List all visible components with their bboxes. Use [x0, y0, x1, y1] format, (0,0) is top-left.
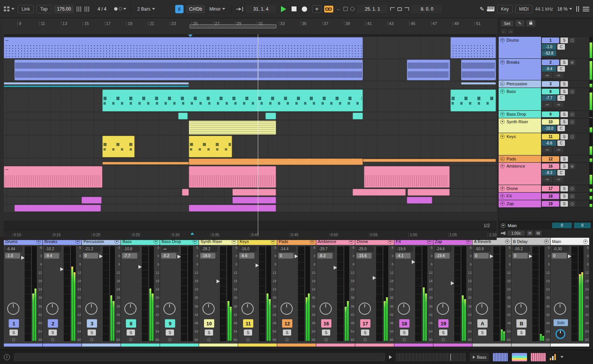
punch-out-icon[interactable]: [405, 7, 409, 11]
collapse-icon[interactable]: [500, 186, 505, 191]
arm-button[interactable]: [569, 60, 575, 65]
pan-knob[interactable]: [437, 303, 449, 315]
horizontal-scrollbar[interactable]: 1/2: [4, 221, 497, 230]
send-value[interactable]: -52.8: [542, 50, 556, 56]
track-name[interactable]: Synth Riser: [499, 118, 541, 133]
track-number[interactable]: 9: [165, 319, 175, 328]
fader-lane[interactable]: [571, 246, 578, 341]
chevron-down-icon[interactable]: [544, 239, 549, 244]
midi-map-button[interactable]: MIDI: [515, 5, 532, 13]
pan-knob[interactable]: [554, 303, 566, 315]
fader-lane[interactable]: [376, 246, 383, 341]
scale-mode-icon[interactable]: ♯: [175, 5, 184, 13]
fader-lane[interactable]: [259, 246, 265, 341]
clip-fx[interactable]: [82, 197, 102, 204]
fader-handle[interactable]: [99, 254, 103, 258]
send-value[interactable]: -∞: [542, 147, 552, 152]
monitor-button[interactable]: [400, 337, 408, 342]
track-lane-bass[interactable]: [4, 89, 497, 112]
send-value[interactable]: -∞: [553, 176, 563, 182]
clip-drone[interactable]: [232, 189, 276, 196]
fader-lane[interactable]: [298, 246, 304, 341]
solo-button[interactable]: S: [127, 329, 135, 336]
punch-in-icon[interactable]: [390, 7, 395, 11]
fader-value[interactable]: 0: [513, 253, 528, 259]
fader-value[interactable]: -4.1: [395, 253, 411, 259]
clip-scrub-area[interactable]: [396, 353, 466, 361]
chevron-down-icon[interactable]: [193, 239, 197, 244]
track-number[interactable]: 18: [399, 319, 409, 328]
collapse-icon[interactable]: [500, 194, 505, 198]
fader-handle[interactable]: [256, 264, 259, 267]
clip-zap[interactable]: [189, 205, 276, 212]
solo-button[interactable]: S: [560, 134, 568, 140]
volume-value[interactable]: -18.0: [542, 126, 556, 131]
solo-button[interactable]: S: [205, 329, 213, 336]
group-icon[interactable]: [500, 82, 505, 86]
monitor-button[interactable]: [127, 337, 135, 342]
track-name[interactable]: Keys: [499, 133, 541, 155]
draw-mode-icon[interactable]: ✎: [480, 6, 485, 13]
fader-handle[interactable]: [373, 276, 376, 280]
monitor-button[interactable]: [244, 337, 252, 342]
clip-breaks[interactable]: [461, 60, 496, 80]
clip-percussion[interactable]: [461, 82, 496, 85]
pan-value[interactable]: C: [557, 170, 565, 176]
track-number[interactable]: 17: [360, 319, 370, 328]
collapse-icon[interactable]: [500, 119, 505, 124]
add-locator-button[interactable]: +: [312, 5, 322, 13]
fader-handle[interactable]: [334, 266, 337, 270]
clip-breaks[interactable]: [407, 60, 450, 80]
loop-start-value[interactable]: 25. 1. 1: [357, 5, 387, 13]
pan-knob[interactable]: [242, 303, 254, 315]
track-name[interactable]: Bass: [499, 88, 541, 110]
clip-fx[interactable]: [232, 197, 276, 204]
fader-handle[interactable]: [21, 256, 25, 260]
solo-button[interactable]: S: [439, 329, 447, 336]
pan-knob[interactable]: [7, 303, 19, 315]
monitor-button[interactable]: [166, 337, 174, 342]
track-number[interactable]: 16: [321, 319, 331, 328]
clip-ambience[interactable]: [189, 166, 276, 188]
track-lane-keys[interactable]: [4, 135, 497, 158]
mixer-strip-header[interactable]: Main: [551, 238, 589, 245]
quantize-menu[interactable]: 2 Bars: [136, 5, 157, 13]
track-number[interactable]: A: [477, 319, 488, 328]
prev-locator-button[interactable]: ←: [501, 29, 507, 34]
volume-value[interactable]: -9.4: [542, 66, 556, 72]
pan-knob[interactable]: [359, 303, 371, 315]
track-name[interactable]: Bass Drop: [499, 111, 541, 118]
main-volume-value[interactable]: 0: [552, 223, 572, 228]
menu-icon[interactable]: [582, 6, 590, 12]
collapse-icon[interactable]: [500, 60, 505, 64]
arm-button[interactable]: [569, 119, 575, 125]
arm-button[interactable]: [569, 38, 575, 43]
solo-button[interactable]: S: [560, 163, 568, 169]
clip-bass-drop[interactable]: [265, 113, 276, 119]
pan-value[interactable]: C: [557, 140, 565, 146]
fader-value[interactable]: 0: [83, 253, 98, 259]
volume-value[interactable]: -8.3: [542, 170, 556, 176]
info-icon[interactable]: i: [4, 354, 10, 360]
fader-handle[interactable]: [568, 254, 571, 258]
track-number[interactable]: 8: [126, 319, 136, 328]
arrangement-overview-thumbnail[interactable]: [493, 353, 508, 361]
arm-button[interactable]: [569, 111, 575, 117]
arm-button[interactable]: [569, 89, 575, 94]
playback-speed-value[interactable]: 1.00x: [507, 231, 525, 236]
pan-knob[interactable]: [46, 303, 58, 315]
track-number[interactable]: 10: [204, 319, 214, 328]
track-name[interactable]: Drone: [499, 185, 541, 192]
view-options-button[interactable]: [3, 6, 15, 12]
fader-value[interactable]: -18.0: [200, 253, 215, 259]
solo-button[interactable]: S: [361, 329, 369, 336]
clip-drums[interactable]: ...: [4, 37, 363, 58]
track-name[interactable]: Ambience: [499, 163, 541, 185]
solo-button[interactable]: S: [560, 156, 568, 162]
solo-button[interactable]: S: [166, 329, 174, 336]
chevron-down-icon[interactable]: [427, 239, 431, 244]
clip-pads[interactable]: [102, 162, 189, 165]
chevron-down-icon[interactable]: [75, 239, 80, 244]
overdub-icon[interactable]: [350, 7, 355, 11]
pan-knob[interactable]: [515, 303, 527, 315]
